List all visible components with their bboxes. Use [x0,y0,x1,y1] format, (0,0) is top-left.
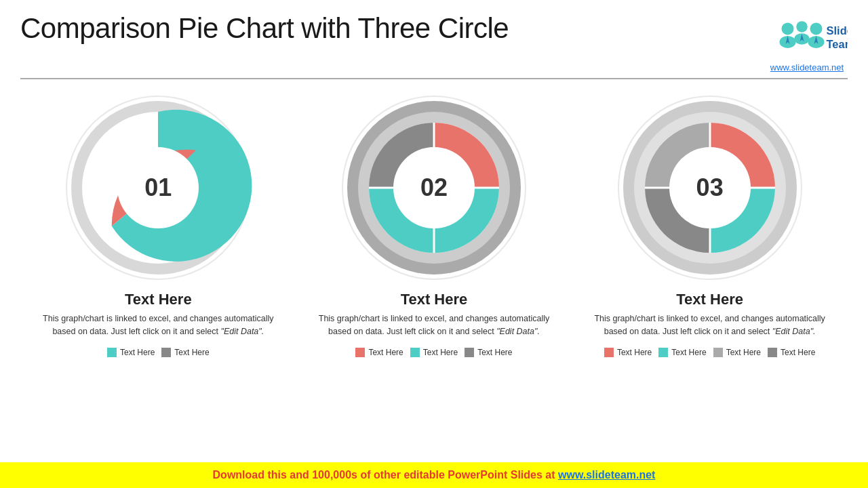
chart-2-legend: Text Here Text Here Text Here [355,348,512,357]
page-title: Comparison Pie Chart with Three Circle [20,12,509,45]
banner-link[interactable]: www.slideteam.net [558,469,655,481]
legend-item: Text Here [465,348,512,357]
legend-item: Text Here [604,348,652,357]
legend-label: Text Here [368,348,403,357]
chart-3-label: 03 [696,174,724,202]
chart-2-heading: Text Here [401,291,468,308]
legend-item: Text Here [355,348,403,357]
legend-label: Text Here [477,348,512,357]
bottom-banner: Download this and 100,000s of other edit… [0,462,868,488]
chart-1-heading: Text Here [125,291,192,308]
legend-box-teal [410,348,420,357]
svg-point-4 [810,22,823,35]
legend-item: Text Here [768,348,815,357]
legend-box-gray [465,348,474,357]
legend-item: Text Here [107,348,155,357]
legend-label: Text Here [120,348,155,357]
charts-row: 01 Text Here This graph/chart is linked … [0,79,868,357]
legend-label: Text Here [423,348,458,357]
svg-text:Team: Team [827,38,848,50]
legend-label: Text Here [726,348,761,357]
chart-3-heading: Text Here [676,291,743,308]
legend-item: Text Here [161,348,209,357]
donut-chart-1: 01 [63,93,253,283]
chart-1-body: This graph/chart is linked to excel, and… [33,312,283,338]
chart-2-label: 02 [420,174,448,202]
logo-link[interactable]: www.slideteam.net [770,62,844,73]
legend-label: Text Here [671,348,706,357]
legend-label: Text Here [174,348,209,357]
logo-area: Slide Team www.slideteam.net [766,15,848,73]
legend-box-gray-dark [768,348,777,357]
legend-label: Text Here [781,348,815,357]
chart-2-body: This graph/chart is linked to excel, and… [309,312,559,338]
chart-col-1: 01 Text Here This graph/chart is linked … [33,93,283,357]
chart-col-2: 02 Text Here This graph/chart is linked … [309,93,559,357]
donut-chart-2: 02 [339,93,529,283]
page-header: Comparison Pie Chart with Three Circle S… [0,0,868,73]
chart-3-legend: Text Here Text Here Text Here Text Here [604,348,815,357]
banner-text: Download this and 100,000s of other edit… [213,469,558,481]
svg-text:Slide: Slide [827,24,848,37]
svg-point-2 [796,21,808,33]
legend-item: Text Here [410,348,458,357]
svg-point-0 [782,22,794,35]
legend-item: Text Here [658,348,706,357]
legend-box-gray [161,348,171,357]
chart-col-3: 03 Text Here This graph/chart is linked … [585,93,835,357]
chart-1-label: 01 [144,174,172,202]
chart-3-body: This graph/chart is linked to excel, and… [585,312,835,338]
legend-label: Text Here [617,348,652,357]
legend-box-teal [107,348,117,357]
legend-box-gray-light [713,348,723,357]
chart-1-legend: Text Here Text Here [107,348,210,357]
legend-box-red [355,348,365,357]
logo-icon: Slide Team [766,15,848,62]
legend-box-teal [658,348,668,357]
legend-item: Text Here [713,348,761,357]
legend-box-red [604,348,614,357]
donut-chart-3: 03 [615,93,805,283]
